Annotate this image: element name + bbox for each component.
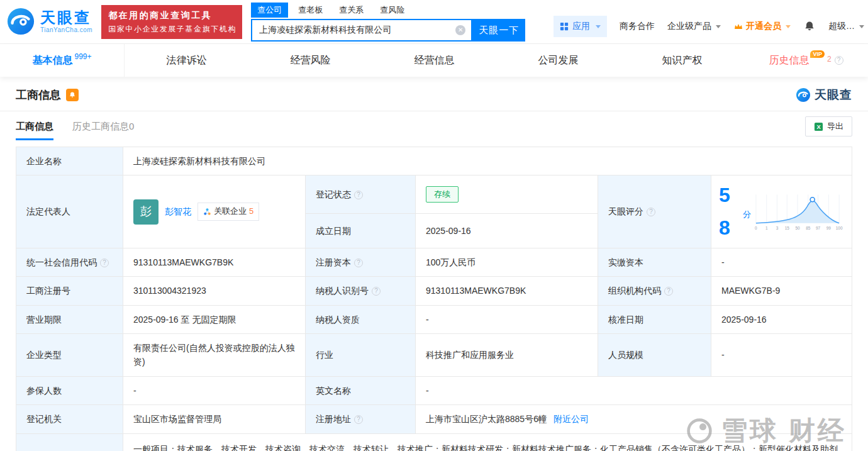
search-tab-risk[interactable]: 查风险: [374, 3, 411, 18]
banner-line1: 都在用的商业查询工具: [108, 10, 235, 21]
menu-item-cooperation[interactable]: 商务合作: [620, 21, 655, 32]
table-row: 企业类型 有限责任公司(自然人投资或控股的法人独资) 行业 科技推广和应用服务业…: [16, 333, 852, 376]
tab-history-info[interactable]: 历史信息 VIP 2 ?: [744, 44, 868, 77]
help-icon[interactable]: ?: [664, 287, 673, 296]
field-label-staff-size: 人员规模: [598, 333, 711, 376]
score-curve-chart: 0 1 3 15 50 85 97 99 100: [751, 192, 844, 232]
field-value-legal-rep: 彭 彭智花 关联企业 5: [123, 175, 306, 248]
help-icon[interactable]: ?: [354, 259, 363, 267]
brand-name: 天眼查: [815, 87, 852, 103]
related-count: 5: [249, 205, 253, 218]
help-icon[interactable]: ?: [100, 259, 109, 267]
field-label-taxpayer-qualification: 纳税人资质: [306, 305, 416, 333]
field-label-company-name: 企业名称: [16, 147, 123, 175]
svg-text:X: X: [816, 124, 821, 130]
field-value-paid-capital: -: [711, 248, 852, 276]
tab-legal-proceedings[interactable]: 法律诉讼: [125, 44, 248, 77]
menu-item-super-vip[interactable]: 超级…: [828, 21, 864, 32]
help-icon[interactable]: ?: [354, 415, 363, 424]
field-value-insured-count: -: [123, 376, 306, 404]
legal-rep-name-link[interactable]: 彭智花: [165, 204, 191, 218]
logo-domain: TianYanCha.com: [40, 26, 92, 33]
tianyancha-logo-icon: [796, 87, 811, 103]
search-input[interactable]: [258, 25, 455, 36]
tab-basic-info[interactable]: 基本信息 999+: [0, 44, 125, 77]
banner-line2: 国家中小企业发展子基金旗下机构: [108, 24, 235, 35]
tab-operation-info[interactable]: 经营信息: [372, 44, 496, 77]
svg-text:85: 85: [806, 225, 811, 230]
subtab-history-business-info[interactable]: 历史工商信息0: [72, 121, 134, 140]
field-value-industry: 科技推广和应用服务业: [416, 333, 598, 376]
logo-name: 天眼查: [40, 9, 92, 26]
help-icon[interactable]: ?: [835, 56, 843, 65]
field-value-registration-authority: 宝山区市场监督管理局: [123, 405, 306, 433]
tianyancha-logo-icon: [6, 7, 35, 36]
field-value-reg-status: 存续: [416, 175, 598, 213]
field-label-company-type: 企业类型: [16, 333, 123, 376]
promo-banner: 都在用的商业查询工具 国家中小企业发展子基金旗下机构: [101, 5, 242, 39]
field-value-staff-size: -: [711, 333, 852, 376]
field-label-score: 天眼评分?: [598, 175, 711, 248]
help-icon[interactable]: ?: [647, 208, 655, 216]
help-icon[interactable]: ?: [354, 191, 363, 199]
field-label-approval-date: 核准日期: [598, 305, 711, 333]
apps-menu-button[interactable]: 应用: [554, 16, 607, 37]
svg-text:0: 0: [755, 225, 757, 230]
table-row: 参保人数 - 英文名称 -: [16, 376, 852, 404]
field-label-legal-rep: 法定代表人: [16, 175, 123, 248]
svg-text:99: 99: [826, 225, 832, 230]
clear-search-icon[interactable]: ✕: [455, 25, 465, 35]
table-row: 登记机关 宝山区市场监督管理局 注册地址? 上海市宝山区沪太路8885号6幢附近…: [16, 405, 852, 433]
field-label-org-code: 组织机构代码?: [598, 277, 711, 305]
table-row: 企业名称 上海凌硅探索新材料科技有限公司: [16, 147, 852, 175]
field-value-english-name: -: [416, 376, 852, 404]
field-value-taxpayer-qualification: -: [416, 305, 598, 333]
excel-icon: X: [814, 122, 823, 131]
company-detail-tabs: 基本信息 999+ 法律诉讼 经营风险 经营信息 公司发展 知识产权 历史信息 …: [0, 44, 868, 77]
svg-text:3: 3: [776, 225, 779, 230]
chevron-down-icon: [859, 25, 864, 28]
chevron-down-icon: [786, 25, 791, 28]
legal-rep-avatar[interactable]: 彭: [133, 199, 159, 225]
field-value-credit-code: 91310113MAEWKG7B9K: [123, 248, 306, 276]
subtabs-row: 工商信息 历史工商信息0 X 导出: [0, 111, 868, 140]
search-tab-boss[interactable]: 查老板: [292, 3, 329, 18]
notifications-bell-icon[interactable]: [803, 20, 816, 33]
apps-grid-icon: [560, 22, 569, 31]
field-value-score: 58 分 0 1 3 15 50: [711, 175, 852, 248]
field-label-business-term: 营业期限: [16, 305, 123, 333]
search-tab-relation[interactable]: 查关系: [333, 3, 370, 18]
field-label-business-scope: 经营范围?: [16, 433, 123, 451]
table-row: 法定代表人 彭 彭智花 关联企业 5 登记状态? 存续 天眼评分? 58: [16, 175, 852, 213]
tab-operation-risk[interactable]: 经营风险: [248, 44, 372, 77]
subscribe-bell-icon[interactable]: [66, 89, 79, 101]
tianyancha-logo[interactable]: 天眼查 TianYanCha.com: [6, 7, 92, 36]
field-label-registration-authority: 登记机关: [16, 405, 123, 433]
menu-item-enterprise-products[interactable]: 企业级产品: [667, 21, 721, 32]
export-button[interactable]: X 导出: [805, 116, 852, 136]
table-row: 统一社会信用代码? 91310113MAEWKG7B9K 注册资本? 100万人…: [16, 248, 852, 276]
subtab-business-info[interactable]: 工商信息: [16, 121, 53, 140]
apps-menu-label: 应用: [572, 21, 590, 32]
menu-item-vip[interactable]: 开通会员: [733, 21, 791, 32]
field-label-taxpayer-id: 纳税人识别号?: [306, 277, 416, 305]
field-label-insured-count: 参保人数: [16, 376, 123, 404]
nearby-companies-link[interactable]: 附近公司: [554, 414, 589, 424]
score-value: 58: [719, 179, 741, 243]
section-title: 工商信息: [16, 87, 61, 103]
search-tab-company[interactable]: 查公司: [251, 3, 288, 18]
related-companies-tag[interactable]: 关联企业 5: [198, 203, 259, 221]
tab-intellectual-property[interactable]: 知识产权: [620, 44, 744, 77]
field-value-company-name: 上海凌硅探索新材料科技有限公司: [123, 147, 852, 175]
field-value-business-scope: 一般项目：技术服务、技术开发、技术咨询、技术交流、技术转让、技术推广；新材料技术…: [123, 433, 852, 451]
field-label-credit-code: 统一社会信用代码?: [16, 248, 123, 276]
help-icon[interactable]: ?: [372, 287, 381, 296]
field-value-registered-address: 上海市宝山区沪太路8885号6幢附近公司: [416, 405, 852, 433]
chevron-down-icon: [716, 25, 721, 28]
search-button[interactable]: 天眼一下: [472, 19, 525, 42]
search-tabs: 查公司 查老板 查关系 查风险: [251, 3, 525, 18]
field-label-reg-status: 登记状态?: [306, 175, 416, 213]
field-value-reg-number: 310113004321923: [123, 277, 306, 305]
tab-company-development[interactable]: 公司发展: [496, 44, 620, 77]
vip-badge: VIP: [810, 50, 825, 58]
